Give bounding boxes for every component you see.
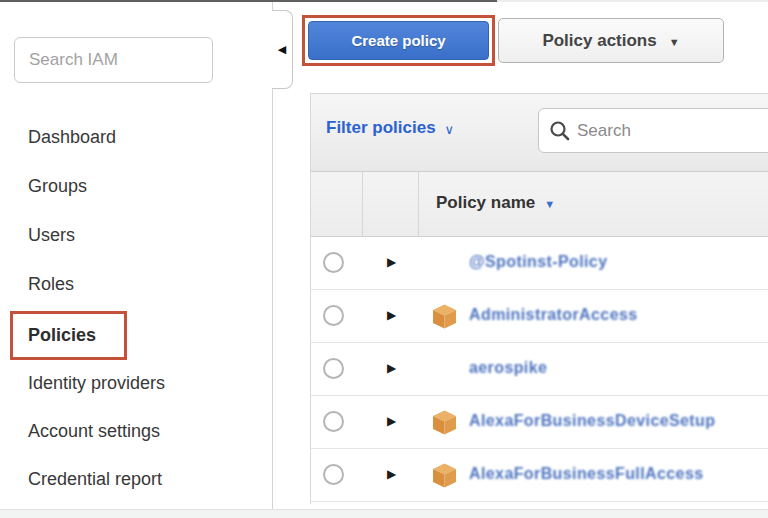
sort-descending-icon: ▼ [544, 198, 555, 210]
policy-search-box [538, 108, 768, 153]
iam-policies-screen: Dashboard Groups Users Roles Policies Id… [0, 0, 768, 518]
table-row: ▶AlexaForBusinessDeviceSetup [311, 396, 768, 449]
policy-name-link[interactable]: aerospike [469, 359, 547, 377]
sidebar-item-policies[interactable]: Policies [28, 323, 96, 347]
policy-actions-label: Policy actions [542, 31, 656, 51]
filter-policies-label: Filter policies [326, 118, 436, 138]
radio-button[interactable] [323, 464, 344, 485]
sidebar-item-roles[interactable]: Roles [28, 272, 74, 296]
aws-managed-policy-cube-icon [431, 462, 458, 489]
aws-managed-policy-cube-icon [431, 303, 458, 330]
search-icon [549, 120, 571, 146]
radio-button[interactable] [323, 252, 344, 273]
table-row: ▶AlexaForBusinessFullAccess [311, 449, 768, 502]
radio-button[interactable] [323, 305, 344, 326]
expand-caret-icon[interactable]: ▶ [387, 309, 396, 321]
policy-name-link[interactable]: AlexaForBusinessDeviceSetup [469, 412, 715, 430]
filter-bar: Filter policies ∨ [311, 93, 768, 172]
policies-table-panel: Filter policies ∨ Policy name ▼ ▶@Spotin… [310, 93, 768, 504]
table-body: ▶@Spotinst-Policy▶AdministratorAccess▶ae… [311, 237, 768, 502]
radio-button[interactable] [323, 411, 344, 432]
sidebar-collapse-tab[interactable]: ◀ [272, 10, 293, 89]
sidebar-item-dashboard[interactable]: Dashboard [28, 125, 116, 149]
chevron-down-icon: ∨ [445, 122, 455, 137]
policy-name-link[interactable]: AlexaForBusinessFullAccess [469, 465, 704, 483]
table-row: ▶aerospike [311, 343, 768, 396]
column-divider [362, 172, 363, 237]
table-row: ▶AdministratorAccess [311, 290, 768, 343]
sidebar-item-account-settings[interactable]: Account settings [28, 419, 160, 443]
expand-caret-icon[interactable]: ▶ [387, 362, 396, 374]
aws-managed-policy-cube-icon [431, 409, 458, 436]
top-edge-light [497, 0, 768, 2]
search-iam-input[interactable] [14, 37, 213, 83]
sidebar-item-credential-report[interactable]: Credential report [28, 467, 162, 491]
collapse-left-icon: ◀ [278, 44, 286, 55]
create-policy-button[interactable]: Create policy [308, 21, 489, 60]
sidebar-item-users[interactable]: Users [28, 223, 75, 247]
policy-name-header-label: Policy name [436, 193, 535, 213]
policy-name-link[interactable]: AdministratorAccess [469, 306, 638, 324]
sidebar-item-identity-providers[interactable]: Identity providers [28, 371, 165, 395]
chevron-down-icon: ▼ [669, 36, 680, 48]
filter-policies-dropdown[interactable]: Filter policies ∨ [326, 118, 454, 138]
policy-name-link[interactable]: @Spotinst-Policy [469, 253, 607, 271]
sidebar-item-groups[interactable]: Groups [28, 174, 87, 198]
policy-actions-button[interactable]: Policy actions ▼ [498, 18, 724, 63]
expand-caret-icon[interactable]: ▶ [387, 415, 396, 427]
column-divider [418, 172, 419, 237]
table-row: ▶@Spotinst-Policy [311, 237, 768, 290]
expand-caret-icon[interactable]: ▶ [387, 256, 396, 268]
policy-search-input[interactable] [577, 109, 768, 152]
policy-name-column-header[interactable]: Policy name ▼ [436, 193, 555, 213]
radio-button[interactable] [323, 358, 344, 379]
expand-caret-icon[interactable]: ▶ [387, 468, 396, 480]
table-header-row: Policy name ▼ [311, 172, 768, 237]
footer-strip [0, 509, 768, 518]
iam-sidebar: Dashboard Groups Users Roles Policies Id… [0, 2, 273, 509]
